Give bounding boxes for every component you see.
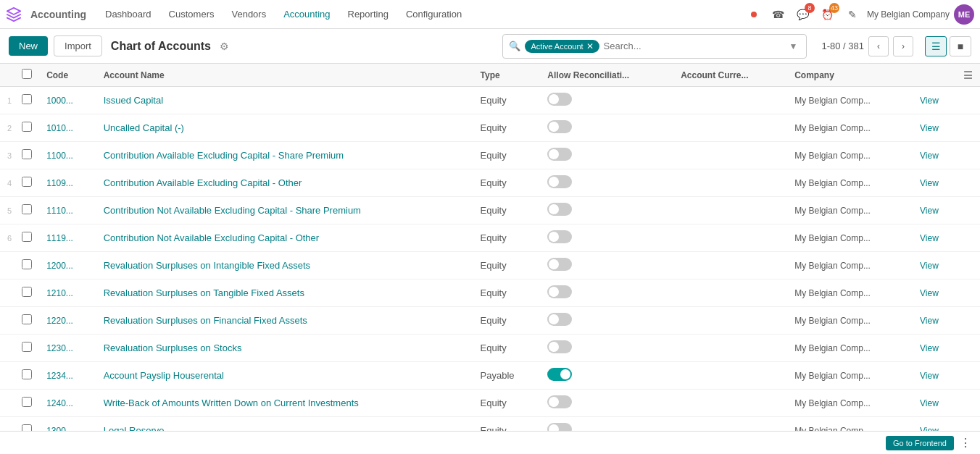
prev-page-button[interactable]: ‹ <box>868 36 889 56</box>
th-name[interactable]: Account Name <box>96 64 473 87</box>
row-checkbox[interactable] <box>22 204 32 214</box>
view-link-cell: View <box>913 390 956 417</box>
row-checkbox[interactable] <box>22 397 32 407</box>
row-checkbox[interactable] <box>22 369 32 379</box>
row-checkbox-cell <box>14 114 39 142</box>
company-name-cell: My Belgian Comp... <box>787 279 913 307</box>
view-link[interactable]: View <box>920 178 939 188</box>
search-input[interactable] <box>604 41 782 51</box>
th-row-num <box>0 64 14 87</box>
account-name[interactable]: Contribution Not Available Excluding Cap… <box>96 224 473 252</box>
account-name[interactable]: Contribution Available Excluding Capital… <box>96 142 473 169</box>
account-name[interactable]: Revaluation Surpluses on Tangible Fixed … <box>96 279 473 307</box>
account-name[interactable]: Write-Back of Amounts Written Down on Cu… <box>96 390 473 417</box>
th-code[interactable]: Code <box>39 64 96 87</box>
view-link[interactable]: View <box>920 151 939 161</box>
settings-gear-icon[interactable]: ⚙ <box>220 41 229 52</box>
reconciliation-toggle[interactable] <box>547 203 572 216</box>
nav-reporting[interactable]: Reporting <box>341 4 396 24</box>
company-name-cell: My Belgian Comp... <box>787 224 913 252</box>
company-name: My Belgian Company <box>867 9 950 20</box>
list-view-button[interactable]: ☰ <box>925 36 947 56</box>
reconciliation-toggle[interactable] <box>547 340 572 353</box>
reconciliation-toggle[interactable] <box>547 148 572 161</box>
new-button[interactable]: New <box>9 36 48 56</box>
row-checkbox[interactable] <box>22 342 32 352</box>
account-code: 1220... <box>39 307 96 335</box>
account-name[interactable]: Revaluation Surpluses on Financial Fixed… <box>96 307 473 335</box>
table-row: 4 1109... Contribution Available Excludi… <box>0 169 980 197</box>
reconciliation-toggle[interactable] <box>547 368 572 381</box>
user-avatar[interactable]: ME <box>954 4 974 25</box>
nav-customers[interactable]: Customers <box>162 4 222 24</box>
reconciliation-toggle[interactable] <box>547 93 572 106</box>
reconciliation-toggle[interactable] <box>547 230 572 243</box>
account-name[interactable]: Contribution Available Excluding Capital… <box>96 169 473 197</box>
row-checkbox[interactable] <box>22 122 32 132</box>
th-company[interactable]: Company <box>787 64 913 87</box>
search-dropdown-icon[interactable]: ▼ <box>786 41 801 51</box>
row-checkbox[interactable] <box>22 177 32 187</box>
row-actions-cell <box>956 197 980 224</box>
view-link[interactable]: View <box>920 316 939 326</box>
nav-dashboard[interactable]: Dashboard <box>98 4 159 24</box>
reconciliation-toggle[interactable] <box>547 285 572 298</box>
account-name[interactable]: Revaluation Surpluses on Stocks <box>96 335 473 362</box>
next-page-button[interactable]: › <box>893 36 913 56</box>
row-checkbox[interactable] <box>22 287 32 297</box>
view-link[interactable]: View <box>920 96 939 106</box>
goto-frontend-button[interactable]: Go to Frontend <box>886 436 954 450</box>
phone-icon-btn[interactable]: ☎ <box>768 4 789 25</box>
row-actions-cell <box>956 87 980 114</box>
nav-configuration[interactable]: Configuration <box>399 4 469 24</box>
reconciliation-toggle[interactable] <box>547 120 572 133</box>
row-checkbox[interactable] <box>22 94 32 104</box>
nav-accounting[interactable]: Accounting <box>276 4 337 24</box>
column-settings-icon[interactable]: ☰ <box>963 70 973 81</box>
reconciliation-toggle[interactable] <box>547 313 572 326</box>
messages-icon-btn[interactable]: 💬 8 <box>793 4 813 25</box>
reconciliation-toggle[interactable] <box>547 175 572 188</box>
view-link[interactable]: View <box>920 233 939 243</box>
view-link[interactable]: View <box>920 206 939 216</box>
view-link[interactable]: View <box>920 371 939 381</box>
view-link[interactable]: View <box>920 288 939 298</box>
account-type: Equity <box>473 307 541 335</box>
th-reconciliation[interactable]: Allow Reconciliati... <box>540 64 673 87</box>
account-name[interactable]: Revaluation Surpluses on Intangible Fixe… <box>96 252 473 279</box>
import-button[interactable]: Import <box>54 35 102 56</box>
reconciliation-toggle[interactable] <box>547 395 572 408</box>
company-selector[interactable]: My Belgian Company <box>867 9 950 20</box>
table-row: 1220... Revaluation Surpluses on Financi… <box>0 307 980 335</box>
th-col-settings[interactable]: ☰ <box>956 64 980 87</box>
filter-chip-remove-icon[interactable]: ✕ <box>586 41 594 51</box>
account-name[interactable]: Contribution Not Available Excluding Cap… <box>96 197 473 224</box>
active-account-filter-chip[interactable]: Active Account ✕ <box>525 40 599 53</box>
nav-vendors[interactable]: Vendors <box>224 4 273 24</box>
kanban-view-button[interactable]: ■ <box>950 36 971 56</box>
account-name[interactable]: Uncalled Capital (-) <box>96 114 473 142</box>
row-checkbox[interactable] <box>22 259 32 269</box>
kebab-menu-button[interactable]: ⋮ <box>960 436 971 450</box>
app-brand: Accounting <box>30 9 86 20</box>
account-code: 1110... <box>39 197 96 224</box>
account-name[interactable]: Account Payslip Houserental <box>96 362 473 390</box>
row-actions-cell <box>956 114 980 142</box>
view-link[interactable]: View <box>920 398 939 408</box>
row-checkbox[interactable] <box>22 314 32 324</box>
th-type[interactable]: Type <box>473 64 541 87</box>
reconciliation-toggle[interactable] <box>547 258 572 271</box>
row-checkbox[interactable] <box>22 232 32 242</box>
settings-icon-btn[interactable]: ✎ <box>842 4 863 25</box>
activities-icon-btn[interactable]: ⏰ 43 <box>818 4 838 25</box>
th-currency[interactable]: Account Curre... <box>673 64 787 87</box>
account-name[interactable]: Issued Capital <box>96 87 473 114</box>
top-navigation: Accounting Dashboard Customers Vendors A… <box>0 0 980 29</box>
view-link[interactable]: View <box>920 261 939 271</box>
view-link[interactable]: View <box>920 123 939 133</box>
select-all-checkbox[interactable] <box>22 69 32 79</box>
view-link-cell: View <box>913 197 956 224</box>
row-checkbox[interactable] <box>22 149 32 159</box>
toolbar: New Import Chart of Accounts ⚙ 🔍 Active … <box>0 29 980 64</box>
view-link[interactable]: View <box>920 343 939 353</box>
